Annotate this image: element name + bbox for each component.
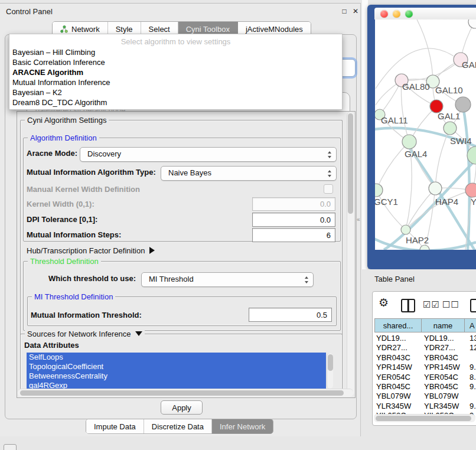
attributes-list-scrollbar[interactable] <box>327 353 333 389</box>
tab-impute-data[interactable]: Impute Data <box>86 419 144 433</box>
mi-algorithm-type-value: Naive Bayes <box>168 168 211 177</box>
which-threshold-label: Which threshold to use: <box>48 274 136 283</box>
table-panel: ⚙ ☑☑ ☐☐ shared... name A YDL19...YDL19..… <box>372 291 476 426</box>
attribute-list-item[interactable]: gal4RGexp <box>27 381 326 389</box>
node-label: GCY1 <box>375 197 398 207</box>
mi-algorithm-type-combobox[interactable]: Naive Bayes <box>161 166 337 181</box>
table-cell: 9. <box>464 402 476 411</box>
mi-steps-field[interactable]: 6 <box>252 228 335 242</box>
table-cell: YBR045C <box>374 382 421 392</box>
table-cell: YBR043C <box>374 353 421 363</box>
table-cell: YBL079W <box>374 392 421 401</box>
mi-threshold-group-title: MI Threshold Definition <box>32 292 115 301</box>
partial-toolbar-icon[interactable] <box>470 299 476 312</box>
tab-discretize-data[interactable]: Discretize Data <box>144 419 212 433</box>
settings-horizontal-scrollbar[interactable] <box>18 389 353 397</box>
algorithm-option[interactable]: Bayesian – Hill Climbing <box>9 47 342 57</box>
kernel-width-label: Kernel Width (0,1): <box>27 191 94 208</box>
close-traffic-light-icon[interactable] <box>380 10 388 18</box>
select-all-checkboxes-icon[interactable]: ☑☑ <box>423 299 440 310</box>
sources-group-title[interactable]: Sources for Network Inference <box>25 330 145 338</box>
column-header-shared-name[interactable]: shared... <box>374 318 421 332</box>
network-node[interactable] <box>401 225 410 234</box>
aracne-mode-combobox[interactable]: Discovery <box>80 147 337 162</box>
table-row[interactable]: YBR043CYBR043C <box>374 353 476 363</box>
network-window-titlebar[interactable] <box>374 8 476 19</box>
zoom-traffic-light-icon[interactable] <box>405 10 413 18</box>
network-node[interactable] <box>429 182 442 195</box>
node-label: GAL10 <box>435 85 463 95</box>
which-threshold-combobox[interactable]: MI Threshold <box>141 272 314 287</box>
table-cell <box>464 353 476 363</box>
table-row[interactable]: YER054CYER054C8. <box>374 373 476 382</box>
network-node[interactable] <box>444 122 457 135</box>
close-icon[interactable]: ✕ <box>351 7 360 15</box>
algorithm-definition-title: Algorithm Definition <box>28 133 99 142</box>
table-horizontal-scrollbar[interactable] <box>374 414 475 422</box>
table-row[interactable]: YDL19...YDL19...13 <box>374 334 476 343</box>
minimized-panel-button[interactable] <box>4 444 17 450</box>
splitter-handle[interactable]: « <box>357 216 360 223</box>
apply-button[interactable]: Apply <box>161 400 203 415</box>
network-node[interactable] <box>455 97 471 112</box>
node-label: HAP4 <box>435 197 458 207</box>
table-row[interactable]: YDR27...YDR27...12 <box>374 343 476 353</box>
attribute-list-item[interactable]: TopologicalCoefficient <box>27 362 326 371</box>
hub-definition-toggle[interactable]: Hub/Transcription Factor Definition <box>27 246 155 255</box>
table-cell: YER054C <box>374 373 421 382</box>
scrollbar-thumb[interactable] <box>328 354 333 371</box>
scrollbar-thumb[interactable] <box>20 390 344 396</box>
table-row[interactable]: YPR145WYPR145W9. <box>374 363 476 372</box>
column-header-partial[interactable]: A <box>464 318 476 332</box>
table-row[interactable]: YBL079WYBL079W <box>374 392 476 401</box>
table-row[interactable]: YLR345WYLR345W9. <box>374 402 476 411</box>
split-columns-icon[interactable] <box>401 299 415 312</box>
algorithm-option[interactable]: Bayesian – K2 <box>9 87 342 97</box>
table-cell: YPR145W <box>374 363 421 372</box>
column-header-name[interactable]: name <box>421 318 464 332</box>
algorithm-dropdown-popup: Select algorithm to view settings Bayesi… <box>9 34 343 110</box>
hub-definition-label: Hub/Transcription Factor Definition <box>27 246 145 255</box>
float-window-icon[interactable]: □ <box>340 7 348 15</box>
table-header-row: shared... name A <box>374 318 476 332</box>
table-cell: YER054C <box>421 373 464 382</box>
attribute-list-item[interactable]: SelfLoops <box>27 353 326 362</box>
manual-kernel-width-checkbox[interactable] <box>324 184 333 194</box>
table-cell: 13 <box>464 334 476 343</box>
tab-label: Discretize Data <box>152 422 204 431</box>
network-node[interactable] <box>468 19 476 28</box>
algorithm-option[interactable]: ARACNE Algorithm <box>9 67 342 77</box>
minimize-traffic-light-icon[interactable] <box>393 10 400 18</box>
sources-title-text: Sources for Network Inference <box>27 330 131 338</box>
table-cell: YLR345W <box>421 402 464 411</box>
algorithm-option[interactable]: Basic Correlation Inference <box>9 57 342 67</box>
stepper-icon <box>328 151 332 158</box>
network-edge <box>375 136 376 190</box>
table-row[interactable]: YBR045CYBR045C9. <box>374 382 476 392</box>
network-canvas[interactable]: GALGAL80GAL10GAL1GAL11SWI4GAL4GCY1HAP4YH… <box>375 19 476 250</box>
tab-infer-network[interactable]: Infer Network <box>212 419 273 433</box>
network-edge <box>417 19 433 81</box>
scrollbar-thumb[interactable] <box>348 113 353 214</box>
scrollbar-thumb[interactable] <box>376 416 471 421</box>
mi-threshold-field[interactable]: 0.5 <box>249 308 332 322</box>
kernel-width-field[interactable]: 0.0 <box>252 197 335 211</box>
gear-icon[interactable]: ⚙ <box>379 297 389 309</box>
network-node[interactable] <box>402 135 416 149</box>
algorithm-option[interactable]: Dream8 DC_TDC Algorithm <box>9 97 342 107</box>
node-label: GAL1 <box>438 111 460 121</box>
attribute-list-item[interactable]: BetweennessCentrality <box>27 371 326 381</box>
dpi-tolerance-field[interactable]: 0.0 <box>252 213 335 227</box>
deselect-all-checkboxes-icon[interactable]: ☐☐ <box>442 299 459 310</box>
tab-label: Style <box>116 25 133 34</box>
tab-label: Impute Data <box>94 422 136 431</box>
table-cell: YDL19... <box>421 334 464 343</box>
network-node[interactable] <box>375 184 383 197</box>
settings-vertical-scrollbar[interactable] <box>347 112 354 396</box>
tab-label: Cyni Toolbox <box>186 25 230 34</box>
network-node[interactable] <box>465 183 476 197</box>
node-label: GAL80 <box>402 81 430 92</box>
table-cell: YBR045C <box>421 382 464 392</box>
algorithm-option[interactable]: Mutual Information Inference <box>9 77 342 87</box>
node-label: GAL11 <box>381 115 408 125</box>
